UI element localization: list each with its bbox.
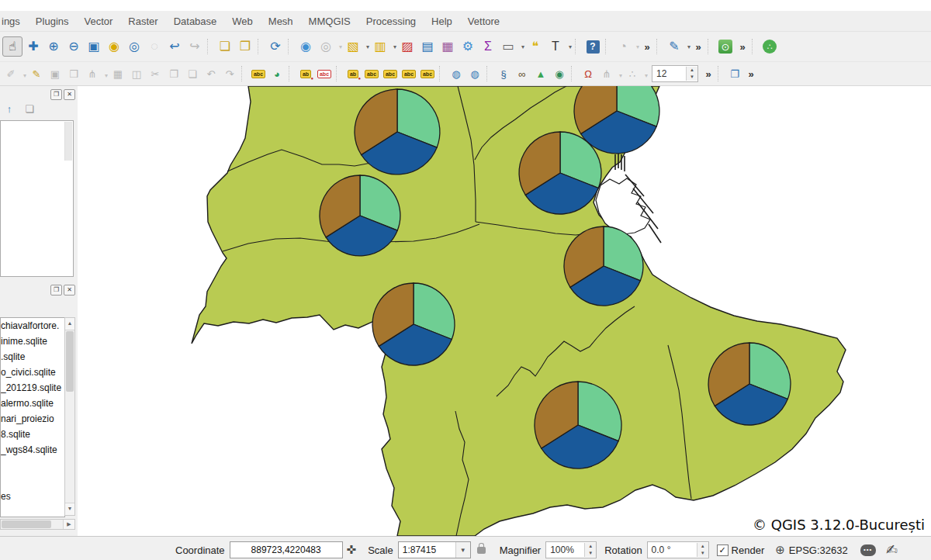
pan-map-icon[interactable]: ☝ — [2, 36, 22, 57]
snapping-magnet-icon[interactable]: Ω — [580, 66, 597, 81]
spin-up-icon[interactable]: ▲ — [585, 543, 596, 550]
menu-mmqgis[interactable]: MMQGIS — [301, 13, 358, 29]
log-messages-icon[interactable]: ✍ — [886, 541, 898, 558]
copy-features-icon[interactable]: ❐ — [165, 66, 182, 81]
file-list-item[interactable]: _wgs84.sqlite — [1, 442, 64, 458]
scroll-up-icon[interactable]: ▲ — [65, 318, 74, 330]
toggle-editing-icon[interactable]: ✎ — [28, 66, 45, 81]
panel1-close-button[interactable]: ✕ — [64, 89, 75, 100]
file-list-horizontal-scrollbar[interactable]: ▶ — [0, 519, 75, 530]
attribute-table-icon[interactable]: ▤ — [418, 37, 437, 56]
undo-icon[interactable]: ↶ — [202, 66, 220, 81]
file-list-item[interactable] — [1, 458, 64, 473]
unpin-labels-icon[interactable]: ab — [344, 66, 362, 81]
metasearch-search-icon[interactable]: ◍ — [466, 66, 483, 81]
spin-up-icon[interactable]: ▲ — [697, 543, 708, 550]
menu-help[interactable]: Help — [424, 13, 460, 29]
crs-label[interactable]: EPSG:32632 — [789, 544, 848, 556]
toolbar-overflow-icon[interactable]: » — [702, 66, 715, 81]
scale-lock-icon[interactable] — [477, 547, 486, 554]
show-hide-labels-icon[interactable]: abc — [363, 66, 380, 81]
run-feature-action-icon[interactable]: ◎ — [317, 37, 342, 56]
crs-globe-icon[interactable]: ⊕ — [775, 543, 785, 557]
annotation-icon[interactable]: ◔ — [614, 37, 639, 56]
deselect-all-icon[interactable]: ▨ — [398, 37, 417, 56]
toolbar-overflow-icon[interactable]: » — [745, 66, 757, 81]
file-list[interactable]: chiavalfortore.inime.sqlite.sqliteo_civi… — [0, 317, 65, 517]
menu-vettore[interactable]: Vettore — [460, 13, 507, 29]
change-label-icon[interactable]: abc — [419, 66, 436, 81]
metasearch-icon[interactable]: ◍ — [448, 66, 465, 81]
panel1-content[interactable] — [0, 120, 74, 277]
file-list-item[interactable]: es — [1, 489, 64, 504]
messages-bubble-icon[interactable]: ••• — [860, 544, 876, 556]
menu-vector[interactable]: Vector — [77, 13, 121, 29]
statistical-summary-icon[interactable]: Σ — [479, 37, 497, 56]
panel2-close-button[interactable]: ✕ — [64, 285, 75, 296]
zoom-in-icon[interactable]: ⊕ — [44, 37, 63, 56]
current-edits-icon[interactable]: ✐ — [2, 66, 26, 81]
horizontal-scroll-thumb[interactable] — [2, 520, 51, 528]
save-as-icon[interactable]: ❒ — [65, 66, 82, 81]
terrain-icon[interactable]: ▲ — [532, 66, 549, 81]
share-icon[interactable]: ∴ — [760, 37, 779, 56]
zoom-to-selection-icon[interactable]: ◉ — [105, 37, 123, 56]
coordinate-input[interactable] — [230, 541, 343, 558]
save-edits-icon[interactable]: ▣ — [47, 66, 64, 81]
zoom-native-icon[interactable]: ◌ — [145, 37, 164, 56]
file-list-item[interactable]: o_civici.sqlite — [1, 365, 64, 380]
toolbar-overflow-icon[interactable]: » — [736, 37, 749, 56]
duplicate-features-icon[interactable]: ❐ — [726, 66, 743, 81]
file-list-item[interactable] — [1, 473, 64, 489]
text-annotation-icon[interactable]: T — [546, 37, 572, 56]
vertex-tool-icon[interactable]: ⋔ — [84, 66, 108, 81]
cad-spinbox[interactable]: 12 ▲ ▼ — [652, 65, 698, 82]
scale-dropdown-icon[interactable]: ▼ — [455, 542, 470, 558]
refresh-icon[interactable]: ⟳ — [266, 37, 285, 56]
menu-web[interactable]: Web — [224, 13, 261, 29]
spin-up-icon[interactable]: ▲ — [687, 67, 697, 74]
spin-down-icon[interactable]: ▼ — [585, 550, 596, 557]
file-list-item[interactable]: chiavalfortore. — [1, 318, 64, 334]
vertical-scroll-thumb[interactable] — [66, 331, 74, 392]
info-green-icon[interactable]: ◉ — [551, 66, 568, 81]
topological-editing-icon[interactable]: ⋔ — [598, 66, 622, 81]
file-list-item[interactable]: alermo.sqlite — [1, 396, 64, 411]
file-list-item[interactable]: .sqlite — [1, 349, 64, 365]
file-list-vertical-scrollbar[interactable]: ▲ ▼ — [64, 317, 75, 516]
search-binoculars-icon[interactable]: ∞ — [514, 66, 531, 81]
modify-attributes-icon[interactable]: ▦ — [109, 66, 126, 81]
move-label-icon[interactable]: abc — [382, 66, 399, 81]
zoom-last-icon[interactable]: ↩ — [165, 37, 184, 56]
statistics-icon[interactable]: ▦ — [438, 37, 457, 56]
osm-search-icon[interactable]: ⊙ — [716, 37, 735, 56]
scroll-right-icon[interactable]: ▶ — [63, 520, 74, 529]
panel-arrow-icon[interactable]: ↑ — [2, 102, 16, 116]
file-list-item[interactable]: inime.sqlite — [1, 334, 64, 349]
menu-plugins[interactable]: Plugins — [28, 13, 77, 29]
layer-labeling-icon[interactable]: abc — [250, 66, 267, 81]
magnifier-spinbox[interactable]: 100% ▲▼ — [545, 541, 597, 558]
file-list-item[interactable]: _201219.sqlite — [1, 380, 64, 396]
pan-to-selection-icon[interactable]: ✚ — [24, 37, 43, 56]
show-bookmarks-icon[interactable]: ❐ — [236, 37, 254, 56]
paste-features-icon[interactable]: ❏ — [184, 66, 201, 81]
rotation-spin-arrows[interactable]: ▲▼ — [697, 543, 708, 557]
spin-down-icon[interactable]: ▼ — [697, 550, 708, 557]
menu-raster[interactable]: Raster — [120, 13, 165, 29]
panel2-float-button[interactable]: ❐ — [50, 285, 62, 296]
file-list-item[interactable]: nari_proiezio — [1, 411, 64, 427]
select-by-form-icon[interactable]: ▥ — [371, 37, 396, 56]
extents-toggle-icon[interactable]: ✜ — [347, 543, 357, 557]
magnifier-spin-arrows[interactable]: ▲▼ — [584, 543, 596, 557]
panel1-scrollbar[interactable] — [64, 122, 72, 161]
measure-icon[interactable]: ▭ — [499, 37, 524, 56]
map-tips-icon[interactable]: ❝ — [526, 37, 545, 56]
spin-down-icon[interactable]: ▼ — [687, 74, 697, 81]
spin-arrows[interactable]: ▲ ▼ — [686, 67, 697, 81]
render-checkbox[interactable]: ✓ — [717, 544, 729, 556]
processing-toolbox-icon[interactable]: ⚙ — [459, 37, 477, 56]
new-bookmark-icon[interactable]: ❏ — [216, 37, 234, 56]
identify-features-icon[interactable]: ◉ — [296, 37, 315, 56]
file-list-item[interactable]: 8.sqlite — [1, 427, 64, 442]
